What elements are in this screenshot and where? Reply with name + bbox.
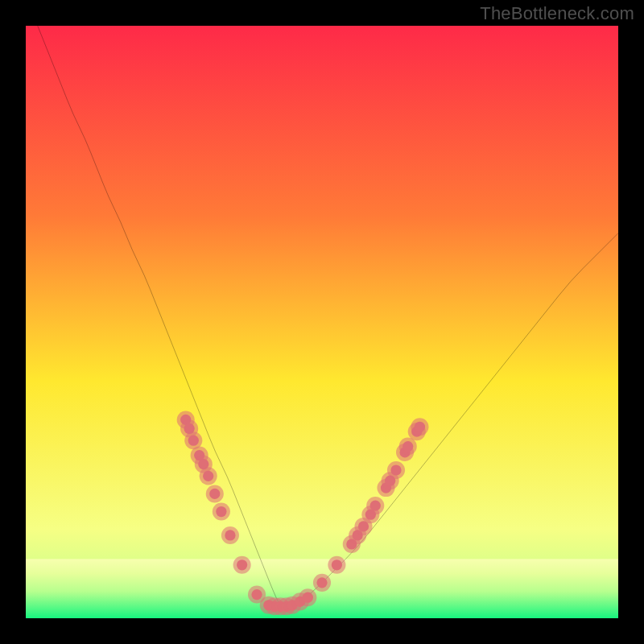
moving-dot-core <box>303 592 313 603</box>
moving-dot-core <box>237 559 247 570</box>
chart-frame: TheBottleneck.com <box>0 0 644 644</box>
moving-dot-core <box>370 501 381 511</box>
moving-dot-core <box>390 464 401 475</box>
moving-dot-core <box>316 577 327 588</box>
moving-dot-core <box>216 506 226 517</box>
watermark-text: TheBottleneck.com <box>480 3 634 24</box>
gradient-background <box>26 26 618 618</box>
moving-dot-core <box>251 589 262 600</box>
moving-dot-core <box>188 436 199 446</box>
moving-dot-core <box>203 471 213 481</box>
moving-dot-core <box>402 441 413 452</box>
moving-dot-core <box>415 422 425 432</box>
moving-dot-core <box>225 530 235 540</box>
moving-dot-core <box>209 489 220 499</box>
bottleneck-plot <box>26 26 618 618</box>
moving-dot-core <box>332 559 342 570</box>
